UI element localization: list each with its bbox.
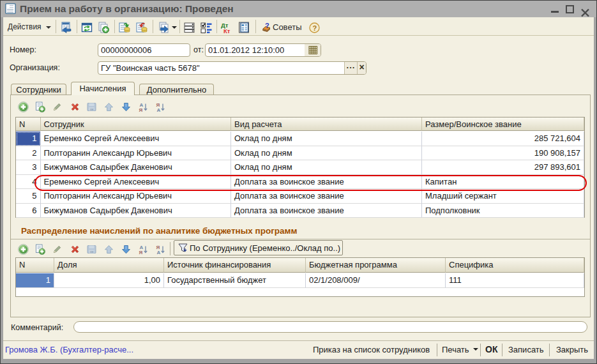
svg-text:Я: Я — [139, 107, 143, 113]
svg-text:Кт: Кт — [223, 27, 230, 34]
svg-text:?: ? — [265, 22, 269, 29]
svg-text:А: А — [157, 107, 161, 113]
svg-text:А: А — [157, 250, 161, 255]
svg-text:Я: Я — [139, 250, 143, 255]
svg-text:ок: ок — [90, 107, 94, 111]
svg-text:?: ? — [313, 24, 317, 32]
svg-text:ок: ок — [90, 250, 94, 254]
